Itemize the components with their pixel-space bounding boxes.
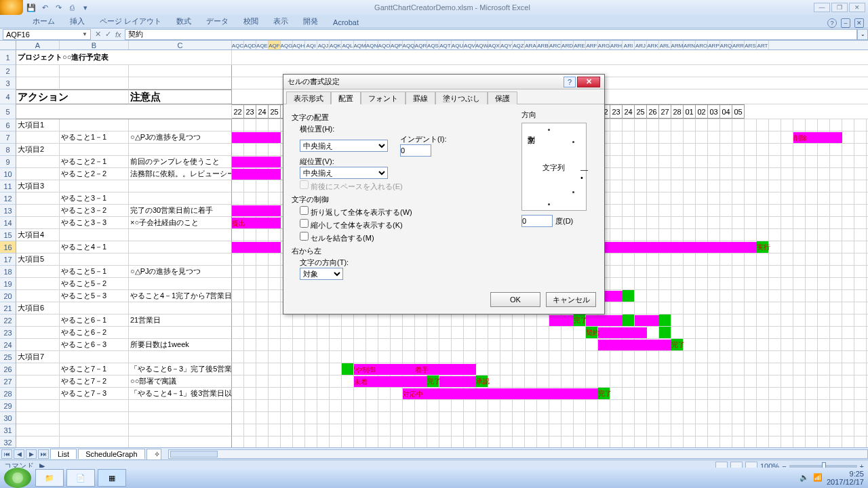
cell[interactable]	[16, 314, 60, 327]
cell[interactable]	[16, 217, 60, 229]
row-header[interactable]: 27	[0, 375, 16, 388]
col-header[interactable]: ARC	[549, 41, 561, 50]
gantt-bar[interactable]	[232, 157, 281, 167]
tab-alignment[interactable]: 配置	[331, 92, 361, 104]
row-header[interactable]: 6	[0, 119, 16, 131]
cell[interactable]: 大項目2	[16, 144, 60, 156]
cell[interactable]: 大項目1	[16, 119, 60, 131]
row-header[interactable]: 14	[0, 217, 16, 229]
cell[interactable]	[16, 424, 60, 436]
cell[interactable]: やること6－3	[60, 339, 129, 351]
cell[interactable]	[129, 302, 232, 314]
col-header[interactable]: AQQ	[403, 41, 415, 50]
col-header[interactable]: ARD	[561, 41, 574, 50]
col-header[interactable]: A	[16, 41, 60, 50]
date-header[interactable]: 24	[256, 104, 269, 119]
date-header[interactable]: 25	[635, 104, 647, 119]
cell[interactable]	[60, 302, 129, 314]
col-header[interactable]: ARR	[732, 41, 745, 50]
col-header[interactable]: ARL	[659, 41, 671, 50]
cell[interactable]: 大項目6	[16, 302, 60, 314]
formula-expand-icon[interactable]: ⌄	[857, 29, 868, 40]
row-header[interactable]: 4	[0, 89, 16, 104]
gantt-bar[interactable]: 完了	[598, 388, 610, 399]
col-header[interactable]: AQG	[281, 41, 293, 50]
date-header[interactable]: 24	[623, 104, 635, 119]
gantt-bar[interactable]: 削除	[793, 132, 842, 143]
help-icon[interactable]: ?	[827, 18, 837, 28]
col-header[interactable]: AQJ	[317, 41, 330, 50]
merge-checkbox[interactable]	[300, 232, 309, 241]
gantt-bar[interactable]	[232, 132, 281, 143]
cell[interactable]	[60, 180, 129, 192]
gantt-bar[interactable]: 完了	[574, 314, 586, 326]
row-header[interactable]: 24	[0, 339, 16, 351]
cell[interactable]	[16, 388, 60, 400]
gantt-row[interactable]	[232, 424, 868, 436]
row-header[interactable]: 19	[0, 278, 16, 290]
cell[interactable]	[129, 278, 232, 290]
col-header[interactable]: ARB	[537, 41, 549, 50]
cell[interactable]	[129, 65, 232, 77]
select-all-button[interactable]	[0, 41, 16, 50]
clock[interactable]: 9:25 2017/12/17	[827, 470, 864, 486]
sheet-tab-new[interactable]: ✧	[146, 449, 161, 460]
dialog-close-button[interactable]: ✕	[577, 77, 600, 87]
col-header[interactable]: B	[60, 41, 129, 50]
col-header[interactable]: AQL	[342, 41, 354, 50]
col-header[interactable]: ARS	[745, 41, 757, 50]
cell[interactable]	[16, 241, 60, 253]
col-header[interactable]: ARO	[696, 41, 708, 50]
col-header[interactable]: ARP	[708, 41, 720, 50]
col-header[interactable]: AQV	[464, 41, 476, 50]
gantt-bar[interactable]	[232, 242, 281, 253]
gantt-row[interactable]	[232, 412, 868, 424]
cell[interactable]	[16, 156, 60, 168]
cell[interactable]	[60, 351, 129, 363]
col-header[interactable]: AQS	[427, 41, 439, 50]
cell[interactable]	[60, 412, 129, 424]
taskbar-excel[interactable]: ▦	[98, 469, 126, 487]
row-header[interactable]: 13	[0, 205, 16, 217]
col-header[interactable]: ARG	[598, 41, 610, 50]
gantt-bar[interactable]: 完了	[427, 375, 439, 387]
cell[interactable]: やること2－1	[60, 156, 129, 168]
date-header[interactable]: 23	[244, 104, 256, 119]
cell[interactable]	[60, 144, 129, 156]
row-header[interactable]: 29	[0, 400, 16, 412]
row-header[interactable]: 10	[0, 168, 16, 180]
taskbar-app1[interactable]: 📄	[66, 469, 95, 487]
row-header[interactable]: 18	[0, 266, 16, 278]
row-header[interactable]: 1	[0, 50, 16, 65]
col-header[interactable]: AQM	[354, 41, 366, 50]
gantt-bar[interactable]	[232, 205, 281, 216]
cell[interactable]: やること4－1完了から7営業日以内	[129, 290, 232, 302]
col-header[interactable]: ARI	[623, 41, 635, 50]
tab-acrobat[interactable]: Acrobat	[326, 17, 366, 28]
cell[interactable]: やること7－2	[60, 375, 129, 388]
cell[interactable]: やること3－3	[60, 217, 129, 229]
cell[interactable]	[129, 436, 232, 447]
cell[interactable]	[60, 253, 129, 266]
cell[interactable]	[129, 327, 232, 339]
col-header[interactable]: ARM	[671, 41, 684, 50]
cell[interactable]: ○△PJの進捗を見つつ	[129, 131, 232, 144]
cell[interactable]: やること3－1	[60, 192, 129, 205]
wrap-checkbox[interactable]	[300, 206, 309, 215]
col-header[interactable]: ARJ	[635, 41, 647, 50]
cell[interactable]	[129, 144, 232, 156]
qat-dropdown-icon[interactable]: ▾	[80, 2, 91, 13]
close-button[interactable]: ✕	[849, 3, 865, 12]
cell[interactable]	[129, 412, 232, 424]
col-header[interactable]: AQK	[330, 41, 342, 50]
gantt-bar[interactable]	[232, 169, 281, 180]
cell[interactable]	[60, 436, 129, 447]
tab-font[interactable]: フォント	[361, 92, 406, 104]
gantt-row[interactable]	[232, 50, 868, 65]
row-header[interactable]: 7	[0, 131, 16, 144]
row-header[interactable]: 5	[0, 104, 16, 119]
col-header[interactable]: ARF	[586, 41, 598, 50]
cancel-fx-icon[interactable]: ✕	[95, 30, 101, 39]
cell[interactable]	[60, 400, 129, 412]
maximize-button[interactable]: ❐	[831, 3, 848, 12]
